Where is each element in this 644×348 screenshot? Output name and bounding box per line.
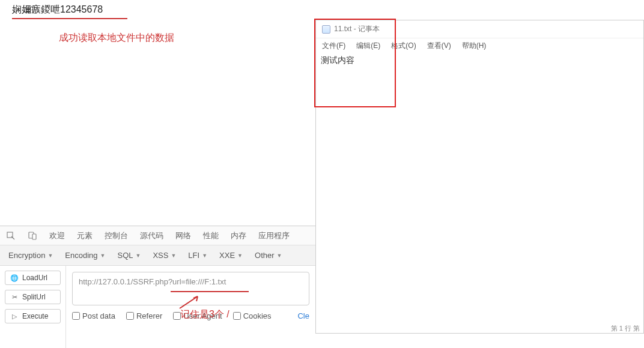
tab-performance[interactable]: 性能 [203, 230, 219, 241]
svg-rect-2 [32, 234, 36, 239]
lbl-postdata: Post data [82, 311, 115, 320]
underline-output [12, 18, 127, 19]
spliturl-label: SplitUrl [22, 293, 46, 301]
play-icon: ▷ [10, 312, 19, 320]
tab-sources[interactable]: 源代码 [140, 230, 163, 241]
opt-referer[interactable]: Referer [126, 311, 162, 320]
menu-view[interactable]: 查看(V) [427, 41, 451, 51]
devtools-panel: 欢迎 元素 控制台 源代码 网络 性能 内存 应用程序 Encryption▼ … [0, 226, 315, 348]
lbl-referer: Referer [136, 311, 162, 320]
hackbar-sidebar: 🌐 LoadUrl ✂ SplitUrl ▷ Execute [0, 266, 66, 348]
lbl-cookies: Cookies [243, 311, 272, 320]
globe-icon: 🌐 [10, 274, 19, 282]
dd-encoding[interactable]: Encoding▼ [65, 251, 105, 260]
dd-encryption[interactable]: Encryption▼ [8, 251, 53, 260]
clear-button[interactable]: Cle [297, 311, 309, 320]
dd-other[interactable]: Other▼ [255, 251, 282, 260]
notepad-statusbar: 第 1 行 第 [611, 324, 640, 333]
tab-application[interactable]: 应用程序 [258, 230, 290, 241]
tab-elements[interactable]: 元素 [77, 230, 93, 241]
annotation-success: 成功读取本地文件中的数据 [59, 32, 174, 44]
hackbar-body: 🌐 LoadUrl ✂ SplitUrl ▷ Execute Post data… [0, 266, 315, 348]
notepad-menubar[interactable]: 文件(F) 编辑(E) 格式(O) 查看(V) 帮助(H) [316, 38, 643, 53]
menu-format[interactable]: 格式(O) [391, 41, 416, 51]
menu-edit[interactable]: 编辑(E) [356, 41, 380, 51]
notepad-content[interactable]: 测试内容 [316, 53, 643, 68]
page-output-text: 娴嬭瘯鍐呭12345678 [12, 4, 103, 16]
devtools-tabs: 欢迎 元素 控制台 源代码 网络 性能 内存 应用程序 [0, 226, 315, 245]
dd-sql[interactable]: SQL▼ [117, 251, 141, 260]
opt-postdata[interactable]: Post data [72, 311, 115, 320]
hackbar-toolbar: Encryption▼ Encoding▼ SQL▼ XSS▼ LFI▼ XXE… [0, 245, 315, 266]
menu-file[interactable]: 文件(F) [322, 41, 345, 51]
chk-cookies[interactable] [233, 312, 241, 320]
inspect-icon[interactable] [6, 231, 16, 241]
tab-memory[interactable]: 内存 [231, 230, 246, 241]
execute-button[interactable]: ▷ Execute [5, 309, 61, 323]
file-icon [322, 25, 330, 34]
spliturl-button[interactable]: ✂ SplitUrl [5, 290, 61, 304]
opt-cookies[interactable]: Cookies [233, 311, 272, 320]
menu-help[interactable]: 帮助(H) [462, 41, 487, 51]
scissors-icon: ✂ [10, 293, 19, 301]
dd-lfi[interactable]: LFI▼ [188, 251, 207, 260]
loadurl-label: LoadUrl [22, 274, 47, 282]
notepad-window: 11.txt - 记事本 文件(F) 编辑(E) 格式(O) 查看(V) 帮助(… [315, 20, 644, 334]
notepad-title-text: 11.txt - 记事本 [334, 24, 380, 34]
underline-url [171, 291, 249, 292]
annotation-slashes: 记住是3个 / [180, 308, 229, 321]
chk-postdata[interactable] [72, 312, 80, 320]
execute-label: Execute [22, 312, 48, 320]
tab-console[interactable]: 控制台 [105, 230, 128, 241]
dd-xxe[interactable]: XXE▼ [219, 251, 243, 260]
notepad-titlebar: 11.txt - 记事本 [316, 20, 643, 38]
dd-xss[interactable]: XSS▼ [153, 251, 176, 260]
device-icon[interactable] [28, 231, 37, 241]
tab-network[interactable]: 网络 [175, 230, 191, 241]
chk-referer[interactable] [126, 312, 134, 320]
loadurl-button[interactable]: 🌐 LoadUrl [5, 271, 61, 285]
tab-welcome[interactable]: 欢迎 [49, 230, 65, 241]
